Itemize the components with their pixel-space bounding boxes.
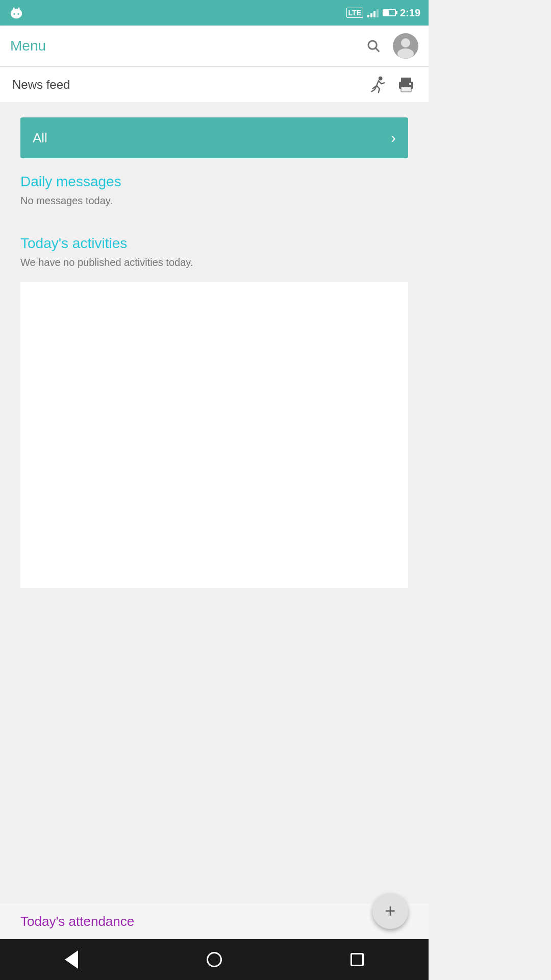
battery-icon	[383, 9, 396, 16]
running-person-icon	[368, 75, 387, 94]
todays-attendance-title: Today's attendance	[20, 914, 134, 929]
menu-title[interactable]: Menu	[10, 38, 46, 54]
secondary-toolbar: News feed	[0, 66, 429, 102]
daily-messages-section: Daily messages No messages today.	[0, 158, 429, 220]
svg-point-11	[401, 38, 410, 47]
signal-icon	[367, 8, 379, 17]
nav-back-button[interactable]	[56, 944, 87, 975]
avatar-icon	[393, 33, 418, 59]
bottom-navigation	[0, 939, 429, 980]
status-bar: LTE 2:19	[0, 0, 429, 26]
android-icon	[8, 5, 24, 21]
printer-icon	[397, 76, 415, 94]
chevron-right-icon: ›	[391, 129, 396, 146]
app-bar-icons	[364, 33, 418, 59]
todays-attendance-section: Today's attendance	[0, 903, 429, 939]
todays-activities-title: Today's activities	[20, 235, 408, 252]
svg-point-8	[18, 8, 19, 9]
printer-button[interactable]	[396, 75, 416, 95]
recents-icon	[350, 953, 364, 966]
back-icon	[65, 950, 78, 969]
daily-messages-subtitle: No messages today.	[20, 195, 408, 207]
search-button[interactable]	[364, 37, 383, 55]
news-feed-title: News feed	[12, 78, 70, 92]
all-banner-label: All	[33, 130, 47, 146]
svg-rect-2	[20, 12, 21, 15]
svg-point-13	[379, 76, 383, 80]
all-banner[interactable]: All ›	[20, 117, 408, 158]
activity-button[interactable]	[367, 75, 388, 95]
avatar-button[interactable]	[393, 33, 418, 59]
svg-rect-17	[409, 83, 411, 85]
daily-messages-title: Daily messages	[20, 174, 408, 190]
svg-rect-1	[11, 12, 13, 15]
svg-line-10	[375, 48, 379, 52]
status-bar-left	[8, 5, 24, 21]
svg-point-4	[17, 13, 19, 15]
nav-recents-button[interactable]	[342, 944, 372, 975]
home-icon	[207, 952, 222, 967]
svg-rect-16	[401, 87, 411, 92]
activities-content-box	[20, 282, 408, 588]
svg-point-9	[368, 41, 377, 49]
status-bar-right: LTE 2:19	[346, 7, 420, 19]
nav-home-button[interactable]	[199, 944, 230, 975]
app-bar: Menu	[0, 26, 429, 66]
main-content: All › Daily messages No messages today. …	[0, 102, 429, 603]
todays-activities-subtitle: We have no published activities today.	[20, 257, 408, 268]
status-time: 2:19	[400, 7, 420, 19]
todays-activities-section: Today's activities We have no published …	[0, 220, 429, 282]
lte-indicator: LTE	[346, 8, 363, 18]
fab-add-button[interactable]: +	[372, 893, 408, 929]
svg-point-12	[397, 48, 414, 59]
search-icon	[366, 38, 381, 54]
toolbar-icons	[367, 75, 416, 95]
svg-point-3	[13, 13, 15, 15]
svg-point-7	[13, 8, 15, 9]
